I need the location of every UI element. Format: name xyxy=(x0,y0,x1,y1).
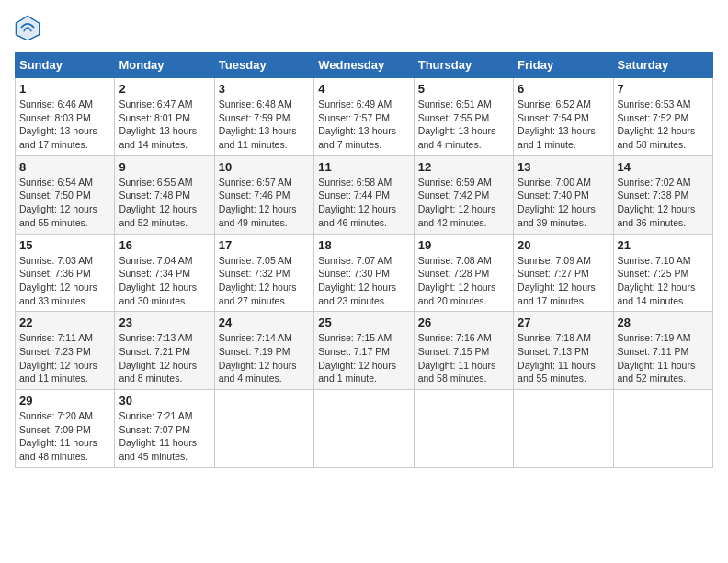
day-number: 19 xyxy=(418,238,509,252)
calendar-cell: 25Sunrise: 7:15 AMSunset: 7:17 PMDayligh… xyxy=(314,312,414,390)
weekday-header-saturday: Saturday xyxy=(613,52,712,78)
calendar-cell: 11Sunrise: 6:58 AMSunset: 7:44 PMDayligh… xyxy=(314,155,414,234)
calendar-cell: 20Sunrise: 7:09 AMSunset: 7:27 PMDayligh… xyxy=(514,234,613,312)
day-number: 26 xyxy=(418,316,509,329)
day-number: 18 xyxy=(318,238,409,252)
day-number: 27 xyxy=(518,316,609,329)
day-info: Sunrise: 7:08 AMSunset: 7:28 PMDaylight:… xyxy=(418,254,509,308)
calendar-cell xyxy=(613,390,712,468)
day-info: Sunrise: 7:00 AMSunset: 7:40 PMDaylight:… xyxy=(518,176,609,230)
weekday-header-monday: Monday xyxy=(115,52,214,78)
calendar-cell: 22Sunrise: 7:11 AMSunset: 7:23 PMDayligh… xyxy=(16,312,115,390)
header xyxy=(15,15,713,40)
calendar-cell: 1Sunrise: 6:46 AMSunset: 8:03 PMDaylight… xyxy=(16,78,115,156)
weekday-header-wednesday: Wednesday xyxy=(314,52,414,78)
calendar-cell: 4Sunrise: 6:49 AMSunset: 7:57 PMDaylight… xyxy=(314,78,414,156)
calendar-cell: 2Sunrise: 6:47 AMSunset: 8:01 PMDaylight… xyxy=(115,78,214,156)
calendar-cell: 9Sunrise: 6:55 AMSunset: 7:48 PMDaylight… xyxy=(115,155,214,234)
calendar-cell: 15Sunrise: 7:03 AMSunset: 7:36 PMDayligh… xyxy=(16,234,115,312)
day-number: 7 xyxy=(618,82,709,96)
day-number: 30 xyxy=(119,394,210,408)
day-number: 12 xyxy=(418,160,509,174)
day-number: 10 xyxy=(219,160,310,174)
calendar-table: SundayMondayTuesdayWednesdayThursdayFrid… xyxy=(15,52,713,468)
calendar-cell: 7Sunrise: 6:53 AMSunset: 7:52 PMDaylight… xyxy=(613,78,712,156)
day-number: 17 xyxy=(219,238,310,252)
day-info: Sunrise: 7:18 AMSunset: 7:13 PMDaylight:… xyxy=(518,331,609,385)
calendar-cell: 19Sunrise: 7:08 AMSunset: 7:28 PMDayligh… xyxy=(414,234,513,312)
calendar-cell: 17Sunrise: 7:05 AMSunset: 7:32 PMDayligh… xyxy=(214,234,313,312)
day-info: Sunrise: 7:03 AMSunset: 7:36 PMDaylight:… xyxy=(19,254,110,308)
calendar-cell: 26Sunrise: 7:16 AMSunset: 7:15 PMDayligh… xyxy=(414,312,513,390)
day-info: Sunrise: 6:51 AMSunset: 7:55 PMDaylight:… xyxy=(418,98,509,152)
day-info: Sunrise: 7:16 AMSunset: 7:15 PMDaylight:… xyxy=(418,331,509,385)
calendar-cell: 5Sunrise: 6:51 AMSunset: 7:55 PMDaylight… xyxy=(414,78,513,156)
calendar-cell: 29Sunrise: 7:20 AMSunset: 7:09 PMDayligh… xyxy=(16,390,115,468)
calendar-cell: 27Sunrise: 7:18 AMSunset: 7:13 PMDayligh… xyxy=(514,312,613,390)
calendar-cell: 23Sunrise: 7:13 AMSunset: 7:21 PMDayligh… xyxy=(115,312,214,390)
day-info: Sunrise: 6:53 AMSunset: 7:52 PMDaylight:… xyxy=(618,98,709,152)
day-info: Sunrise: 6:55 AMSunset: 7:48 PMDaylight:… xyxy=(119,176,210,230)
day-info: Sunrise: 7:05 AMSunset: 7:32 PMDaylight:… xyxy=(219,254,310,308)
day-number: 28 xyxy=(618,316,709,329)
day-number: 25 xyxy=(318,316,409,329)
calendar-cell xyxy=(514,390,613,468)
day-info: Sunrise: 6:52 AMSunset: 7:54 PMDaylight:… xyxy=(518,98,609,152)
day-info: Sunrise: 7:07 AMSunset: 7:30 PMDaylight:… xyxy=(318,254,409,308)
day-info: Sunrise: 7:09 AMSunset: 7:27 PMDaylight:… xyxy=(518,254,609,308)
weekday-header-row: SundayMondayTuesdayWednesdayThursdayFrid… xyxy=(16,52,713,78)
calendar-cell: 24Sunrise: 7:14 AMSunset: 7:19 PMDayligh… xyxy=(214,312,313,390)
weekday-header-sunday: Sunday xyxy=(16,52,115,78)
weekday-header-tuesday: Tuesday xyxy=(214,52,313,78)
weekday-header-thursday: Thursday xyxy=(414,52,513,78)
day-number: 23 xyxy=(119,316,210,329)
calendar-cell: 30Sunrise: 7:21 AMSunset: 7:07 PMDayligh… xyxy=(115,390,214,468)
day-number: 9 xyxy=(119,160,210,174)
calendar-cell: 6Sunrise: 6:52 AMSunset: 7:54 PMDaylight… xyxy=(514,78,613,156)
day-info: Sunrise: 7:11 AMSunset: 7:23 PMDaylight:… xyxy=(19,331,110,385)
calendar-cell: 12Sunrise: 6:59 AMSunset: 7:42 PMDayligh… xyxy=(414,155,513,234)
calendar-cell: 28Sunrise: 7:19 AMSunset: 7:11 PMDayligh… xyxy=(613,312,712,390)
day-number: 29 xyxy=(19,394,110,408)
day-info: Sunrise: 6:57 AMSunset: 7:46 PMDaylight:… xyxy=(219,176,310,230)
day-info: Sunrise: 7:21 AMSunset: 7:07 PMDaylight:… xyxy=(119,409,210,464)
day-info: Sunrise: 6:46 AMSunset: 8:03 PMDaylight:… xyxy=(19,98,110,152)
day-info: Sunrise: 7:10 AMSunset: 7:25 PMDaylight:… xyxy=(618,254,709,308)
day-number: 8 xyxy=(19,160,110,174)
calendar-cell: 10Sunrise: 6:57 AMSunset: 7:46 PMDayligh… xyxy=(214,155,313,234)
day-number: 24 xyxy=(219,316,310,329)
day-info: Sunrise: 7:13 AMSunset: 7:21 PMDaylight:… xyxy=(119,331,210,385)
day-info: Sunrise: 7:19 AMSunset: 7:11 PMDaylight:… xyxy=(618,331,709,385)
day-number: 13 xyxy=(518,160,609,174)
calendar-week-row: 29Sunrise: 7:20 AMSunset: 7:09 PMDayligh… xyxy=(16,390,713,468)
day-info: Sunrise: 6:47 AMSunset: 8:01 PMDaylight:… xyxy=(119,98,210,152)
calendar-cell: 14Sunrise: 7:02 AMSunset: 7:38 PMDayligh… xyxy=(613,155,712,234)
logo-icon xyxy=(15,15,40,40)
day-info: Sunrise: 6:58 AMSunset: 7:44 PMDaylight:… xyxy=(318,176,409,230)
day-number: 1 xyxy=(19,82,110,96)
day-number: 3 xyxy=(219,82,310,96)
day-info: Sunrise: 6:48 AMSunset: 7:59 PMDaylight:… xyxy=(219,98,310,152)
calendar-week-row: 8Sunrise: 6:54 AMSunset: 7:50 PMDaylight… xyxy=(16,155,713,234)
logo xyxy=(15,15,44,40)
calendar-cell xyxy=(214,390,313,468)
day-info: Sunrise: 7:20 AMSunset: 7:09 PMDaylight:… xyxy=(19,409,110,464)
day-number: 15 xyxy=(19,238,110,252)
calendar-cell: 18Sunrise: 7:07 AMSunset: 7:30 PMDayligh… xyxy=(314,234,414,312)
calendar-cell: 3Sunrise: 6:48 AMSunset: 7:59 PMDaylight… xyxy=(214,78,313,156)
day-number: 11 xyxy=(318,160,409,174)
day-info: Sunrise: 6:59 AMSunset: 7:42 PMDaylight:… xyxy=(418,176,509,230)
day-number: 4 xyxy=(318,82,409,96)
day-info: Sunrise: 7:15 AMSunset: 7:17 PMDaylight:… xyxy=(318,331,409,385)
calendar-week-row: 15Sunrise: 7:03 AMSunset: 7:36 PMDayligh… xyxy=(16,234,713,312)
day-number: 20 xyxy=(518,238,609,252)
calendar-cell xyxy=(414,390,513,468)
day-number: 14 xyxy=(618,160,709,174)
day-info: Sunrise: 6:49 AMSunset: 7:57 PMDaylight:… xyxy=(318,98,409,152)
day-number: 6 xyxy=(518,82,609,96)
calendar-cell: 8Sunrise: 6:54 AMSunset: 7:50 PMDaylight… xyxy=(16,155,115,234)
day-number: 16 xyxy=(119,238,210,252)
day-number: 2 xyxy=(119,82,210,96)
calendar-cell: 21Sunrise: 7:10 AMSunset: 7:25 PMDayligh… xyxy=(613,234,712,312)
day-info: Sunrise: 7:04 AMSunset: 7:34 PMDaylight:… xyxy=(119,254,210,308)
